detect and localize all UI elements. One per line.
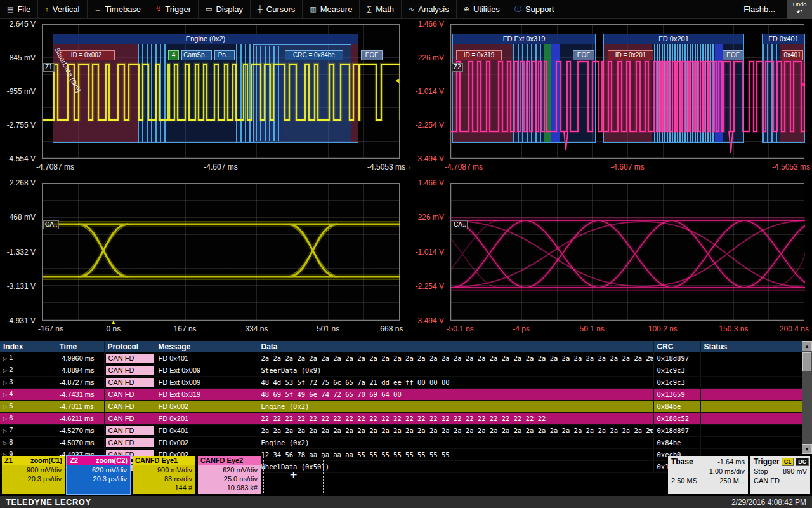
z2-plot[interactable]: FD Ext 0x319 ID = 0x319 EOF FD 0x201 ID … bbox=[450, 24, 804, 159]
menu-label: Timebase bbox=[105, 4, 141, 14]
expand-icon[interactable]: ▷ bbox=[3, 428, 7, 434]
scroll-up-button[interactable]: ▲ bbox=[802, 341, 812, 351]
decode-row-1[interactable]: ▷1-4.9960 msCAN FDFD 0x4012a 2a 2a 2a 2a… bbox=[0, 352, 802, 364]
descriptor-title: CANFD Eye1 bbox=[135, 457, 178, 465]
column-header-crc[interactable]: CRC bbox=[653, 341, 700, 352]
trigger-type: CAN FD bbox=[754, 476, 780, 486]
z1-plot[interactable]: Engine (0x2) ID = 0x002 4 CamSp... Po...… bbox=[42, 24, 400, 159]
expand-icon[interactable]: ▷ bbox=[3, 404, 7, 410]
x-tick-label: -4.607 ms bbox=[204, 163, 237, 171]
undo-button[interactable]: Undo ↶ bbox=[787, 0, 812, 19]
decode-row-6[interactable]: ▷6-4.6211 msCAN FDFD 0x20122 22 22 22 22… bbox=[0, 413, 802, 425]
timebase-icon: ↔ bbox=[95, 6, 102, 13]
scroll-down-button[interactable]: ▼ bbox=[802, 444, 812, 454]
cell-msg: FD 0x002 bbox=[155, 437, 258, 449]
menu-timebase[interactable]: ↔Timebase bbox=[88, 0, 149, 18]
timebase-descriptor[interactable]: Tbase -1.64 ms 1.00 ms/div 2.50 MS 250 M… bbox=[668, 456, 748, 494]
trigger-descriptor[interactable]: Trigger C1 DC Stop -890 mV CAN FD bbox=[750, 456, 810, 494]
expand-icon[interactable]: ▷ bbox=[3, 356, 7, 361]
column-header-status[interactable]: Status bbox=[700, 341, 802, 352]
protocol-badge: CAN FD bbox=[106, 414, 154, 423]
cell-data: 22 22 22 22 22 22 22 22 22 22 22 22 22 2… bbox=[258, 413, 653, 425]
decode-table: IndexTimeProtocolMessageDataCRCStatus ▷1… bbox=[0, 341, 802, 473]
cell-status bbox=[700, 401, 802, 413]
display-icon: ▭ bbox=[206, 6, 212, 13]
cell-proto: CAN FD bbox=[104, 401, 155, 413]
menu-analysis[interactable]: ∿Analysis bbox=[402, 0, 457, 18]
menu-bar: ▤File↕Vertical↔Timebase↯Trigger▭Display┼… bbox=[0, 0, 812, 19]
decode-row-5[interactable]: ▷5-4.7011 msCAN FDFD 0x002Engine (0x2)0x… bbox=[0, 401, 802, 413]
cell-data: 2a 2a 2a 2a 2a 2a 2a 2a 2a 2a 2a 2a 2a 2… bbox=[258, 352, 653, 364]
decode-row-7[interactable]: ▷7-4.5270 msCAN FDFD 0x4012a 2a 2a 2a 2a… bbox=[0, 425, 802, 437]
eye1-plot[interactable]: CA.. bbox=[42, 183, 400, 321]
y-tick-label: -955 mV bbox=[7, 87, 36, 96]
cell-data: 48 4d 53 5f 72 75 6c 65 7a 21 dd ee ff 0… bbox=[258, 377, 653, 389]
menu-label: Cursors bbox=[266, 4, 296, 14]
menu-label: File bbox=[17, 4, 30, 14]
overflow-icon: ◄ bbox=[648, 425, 652, 435]
y-tick-label: -1.014 V bbox=[416, 87, 444, 96]
decode-row-3[interactable]: ▷3-4.8727 msCAN FDFD Ext 0x00948 4d 53 5… bbox=[0, 377, 802, 389]
descriptor-canfd-eye2[interactable]: CANFD Eye2620 mV/div25.0 ns/div10.983 k# bbox=[198, 456, 261, 494]
descriptor-line: 900 mV/div bbox=[2, 465, 65, 474]
y-tick-label: -3.494 V bbox=[416, 316, 444, 325]
column-header-data[interactable]: Data bbox=[258, 341, 653, 352]
decode-row-4[interactable]: ▷4-4.7431 msCAN FDFD Ext 0x31948 69 5f 4… bbox=[0, 389, 802, 401]
x-tick-label: 0 ns bbox=[106, 324, 121, 333]
expand-icon[interactable]: ▷ bbox=[3, 380, 7, 385]
x-tick-label: 501 ns bbox=[317, 324, 339, 333]
tbase-label: Tbase bbox=[671, 457, 693, 467]
descriptor-canfd-eye1[interactable]: CANFD Eye1900 mV/div83 ns/div144 # bbox=[133, 456, 195, 494]
cell-index: ▷3 bbox=[0, 377, 56, 389]
menu-math[interactable]: ∑Math bbox=[360, 0, 402, 18]
descriptor-z2[interactable]: Z2zoom(C2)620 mV/div20.3 µs/div bbox=[67, 456, 130, 494]
x-tick-label: -167 ns bbox=[38, 324, 63, 333]
decode-row-2[interactable]: ▷2-4.8894 msCAN FDFD Ext 0x009SteerData … bbox=[0, 364, 802, 377]
menu-display[interactable]: ▭Display bbox=[199, 0, 251, 18]
menu-vertical[interactable]: ↕Vertical bbox=[38, 0, 87, 18]
cell-index: ▷1 bbox=[0, 352, 56, 364]
expand-icon[interactable]: ▷ bbox=[3, 392, 7, 398]
menu-label: Support bbox=[525, 4, 554, 14]
add-trace-button[interactable]: + bbox=[263, 457, 324, 493]
x-tick-label: -4 ps bbox=[513, 324, 530, 333]
expand-icon[interactable]: ▷ bbox=[3, 368, 7, 373]
descriptor-z1[interactable]: Z1zoom(C1)900 mV/div20.3 µs/div bbox=[2, 456, 65, 494]
menu-file[interactable]: ▤File bbox=[0, 0, 38, 18]
footer: TELEDYNE LECROY 2/29/2016 4:08:42 PM bbox=[0, 496, 812, 508]
flashback-button[interactable]: Flashb... bbox=[740, 4, 779, 14]
descriptor-line: 25.0 ns/div bbox=[198, 474, 261, 483]
scrollbar-track[interactable] bbox=[802, 351, 812, 444]
column-header-message[interactable]: Message bbox=[155, 341, 258, 352]
eye2-plot[interactable]: CA.. bbox=[450, 183, 804, 321]
column-header-index[interactable]: Index bbox=[0, 341, 56, 352]
column-header-time[interactable]: Time bbox=[56, 341, 104, 352]
cell-msg: FD 0x201 bbox=[155, 413, 258, 425]
cell-proto: CAN FD bbox=[104, 413, 155, 425]
decode-row-8[interactable]: ▷8-4.5070 msCAN FDFD 0x002Engine (0x2)0x… bbox=[0, 437, 802, 449]
column-header-protocol[interactable]: Protocol bbox=[104, 341, 155, 352]
cell-time: -4.6211 ms bbox=[56, 413, 104, 425]
expand-icon[interactable]: ▷ bbox=[3, 416, 7, 422]
y-tick-label: -3.131 V bbox=[7, 282, 36, 291]
menu-measure[interactable]: ▥Measure bbox=[303, 0, 360, 18]
y-tick-label: -1.014 V bbox=[416, 248, 444, 257]
menu-support[interactable]: ⓘSupport bbox=[508, 0, 562, 18]
cell-crc: 0x1c9c3 bbox=[653, 364, 700, 377]
descriptor-line: 20.3 µs/div bbox=[2, 474, 65, 483]
scrollbar-thumb[interactable] bbox=[802, 352, 811, 371]
descriptor-row: Z1zoom(C1)900 mV/div20.3 µs/divZ2zoom(C2… bbox=[0, 455, 812, 495]
expand-icon[interactable]: ▷ bbox=[3, 440, 7, 446]
eye2-y-axis: 1.466 V226 mV-1.014 V-2.254 V-3.494 V bbox=[411, 183, 448, 321]
menu-utilities[interactable]: ⊕Utilities bbox=[457, 0, 508, 18]
cell-index: ▷7 bbox=[0, 425, 56, 437]
cell-msg: FD Ext 0x009 bbox=[155, 377, 258, 389]
descriptor-title: CANFD Eye2 bbox=[200, 457, 243, 465]
table-scrollbar[interactable]: ▲ ▼ bbox=[802, 341, 812, 454]
menu-cursors[interactable]: ┼Cursors bbox=[251, 0, 303, 18]
z2-y-axis: 1.466 V226 mV-1.014 V-2.254 V-3.494 V bbox=[411, 24, 448, 159]
cell-data: 48 69 5f 49 6e 74 72 65 70 69 64 00 bbox=[258, 389, 653, 401]
menu-trigger[interactable]: ↯Trigger bbox=[148, 0, 199, 18]
descriptor-id: Z2 bbox=[70, 457, 78, 465]
protocol-badge: CAN FD bbox=[106, 438, 154, 447]
